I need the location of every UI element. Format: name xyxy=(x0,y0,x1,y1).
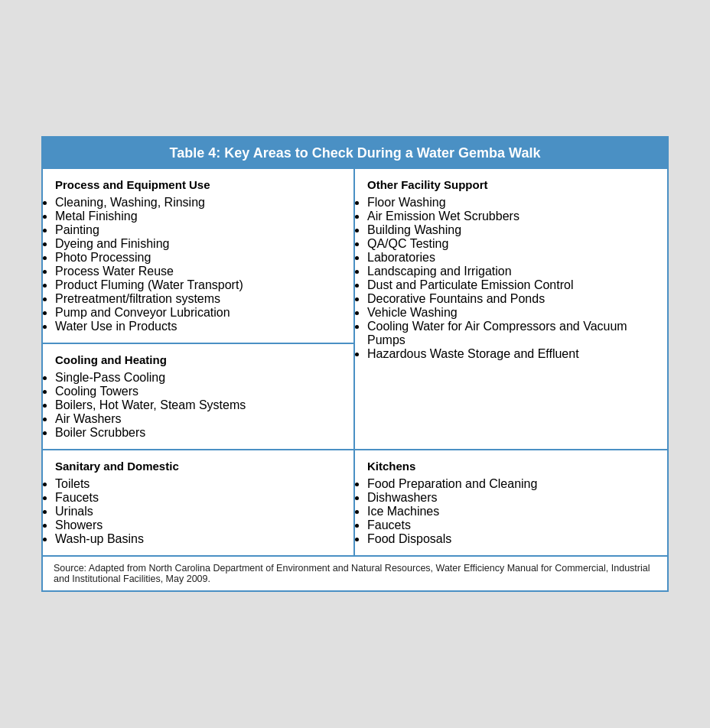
list-item: Pump and Conveyor Lubrication xyxy=(55,306,341,320)
list-item: QA/QC Testing xyxy=(367,237,655,251)
kitchens-list: Food Preparation and Cleaning Dishwasher… xyxy=(367,477,655,546)
list-item: Faucets xyxy=(367,518,655,532)
list-item: Boiler Scrubbers xyxy=(55,426,341,440)
list-item: Urinals xyxy=(55,505,341,518)
list-item: Cooling Towers xyxy=(55,385,341,398)
sanitary-cell: Sanitary and Domestic Toilets Faucets Ur… xyxy=(43,450,355,555)
sanitary-list: Toilets Faucets Urinals Showers Wash-up … xyxy=(55,477,341,546)
list-item: Air Emission Wet Scrubbers xyxy=(367,210,655,223)
list-item: Photo Processing xyxy=(55,251,341,265)
list-item: Vehicle Washing xyxy=(367,306,655,320)
cooling-heating-list: Single-Pass Cooling Cooling Towers Boile… xyxy=(55,371,341,440)
list-item: Cooling Water for Air Compressors and Va… xyxy=(367,320,655,347)
list-item: Building Washing xyxy=(367,223,655,237)
list-item: Dust and Particulate Emission Control xyxy=(367,278,655,292)
list-item: Dyeing and Finishing xyxy=(55,237,341,251)
kitchens-heading: Kitchens xyxy=(367,460,655,473)
list-item: Cleaning, Washing, Rinsing xyxy=(55,196,341,210)
list-item: Product Fluming (Water Transport) xyxy=(55,278,341,292)
process-equipment-list: Cleaning, Washing, Rinsing Metal Finishi… xyxy=(55,196,341,333)
cooling-heating-heading: Cooling and Heating xyxy=(55,353,341,366)
list-item: Floor Washing xyxy=(367,196,655,210)
list-item: Wash-up Basins xyxy=(55,532,341,546)
list-item: Food Preparation and Cleaning xyxy=(367,477,655,491)
cooling-heating-cell: Cooling and Heating Single-Pass Cooling … xyxy=(43,344,353,449)
table-title: Table 4: Key Areas to Check During a Wat… xyxy=(43,138,667,169)
list-item: Decorative Fountains and Ponds xyxy=(367,292,655,306)
main-table: Table 4: Key Areas to Check During a Wat… xyxy=(41,136,669,592)
list-item: Hazardous Waste Storage and Effluent xyxy=(367,347,655,361)
list-item: Pretreatment/filtration systems xyxy=(55,292,341,306)
list-item: Faucets xyxy=(55,491,341,505)
list-item: Showers xyxy=(55,518,341,532)
list-item: Laboratories xyxy=(367,251,655,265)
list-item: Metal Finishing xyxy=(55,210,341,223)
list-item: Dishwashers xyxy=(367,491,655,505)
list-item: Toilets xyxy=(55,477,341,491)
other-facility-list: Floor Washing Air Emission Wet Scrubbers… xyxy=(367,196,655,361)
left-column: Process and Equipment Use Cleaning, Wash… xyxy=(43,169,355,449)
kitchens-cell: Kitchens Food Preparation and Cleaning D… xyxy=(355,450,667,555)
list-item: Air Washers xyxy=(55,412,341,426)
sanitary-heading: Sanitary and Domestic xyxy=(55,460,341,473)
list-item: Food Disposals xyxy=(367,532,655,546)
table-grid: Process and Equipment Use Cleaning, Wash… xyxy=(43,169,667,449)
list-item: Process Water Reuse xyxy=(55,265,341,278)
list-item: Painting xyxy=(55,223,341,237)
list-item: Ice Machines xyxy=(367,505,655,518)
list-item: Water Use in Products xyxy=(55,320,341,333)
list-item: Boilers, Hot Water, Steam Systems xyxy=(55,398,341,412)
list-item: Single-Pass Cooling xyxy=(55,371,341,385)
table-footer: Source: Adapted from North Carolina Depa… xyxy=(43,555,667,590)
bottom-row: Sanitary and Domestic Toilets Faucets Ur… xyxy=(43,449,667,555)
other-facility-cell: Other Facility Support Floor Washing Air… xyxy=(355,169,667,449)
process-equipment-cell: Process and Equipment Use Cleaning, Wash… xyxy=(43,169,353,344)
list-item: Landscaping and Irrigation xyxy=(367,265,655,278)
other-facility-heading: Other Facility Support xyxy=(367,178,655,191)
process-equipment-heading: Process and Equipment Use xyxy=(55,178,341,191)
